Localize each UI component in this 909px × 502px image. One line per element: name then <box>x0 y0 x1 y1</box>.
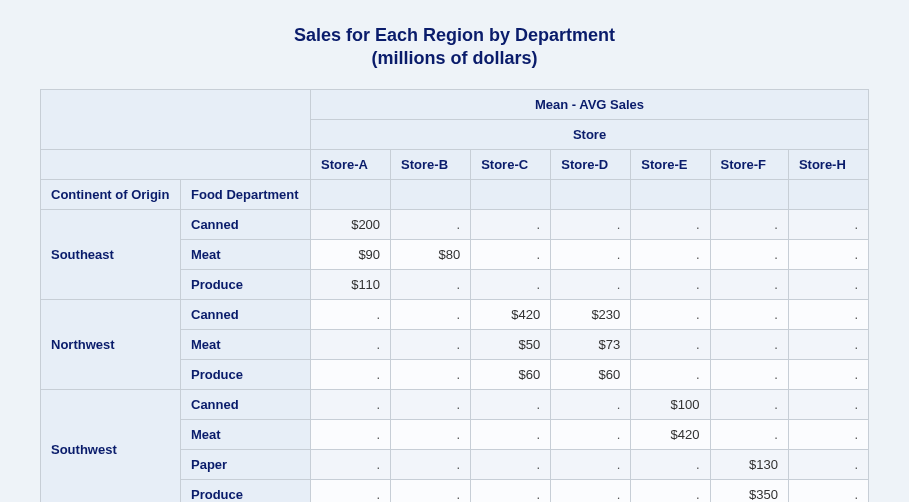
data-cell: . <box>631 299 710 329</box>
col-store-d: Store-D <box>551 149 631 179</box>
col-store-c: Store-C <box>471 149 551 179</box>
data-cell: . <box>710 359 788 389</box>
data-cell: . <box>631 239 710 269</box>
data-cell: . <box>631 269 710 299</box>
data-cell: . <box>788 269 868 299</box>
data-cell: . <box>710 239 788 269</box>
data-cell: . <box>788 419 868 449</box>
data-cell: $50 <box>471 329 551 359</box>
region-cell: Southeast <box>41 209 181 299</box>
data-cell: $230 <box>551 299 631 329</box>
data-cell: . <box>311 449 391 479</box>
data-cell: . <box>710 269 788 299</box>
data-cell: . <box>710 389 788 419</box>
data-cell: . <box>391 419 471 449</box>
header-pad-cell <box>788 179 868 209</box>
data-cell: . <box>788 239 868 269</box>
data-cell: $73 <box>551 329 631 359</box>
data-cell: . <box>391 209 471 239</box>
report-title: Sales for Each Region by Department (mil… <box>40 24 869 71</box>
col2-header: Food Department <box>181 179 311 209</box>
col-store-b: Store-B <box>391 149 471 179</box>
data-cell: . <box>311 479 391 502</box>
data-cell: $420 <box>471 299 551 329</box>
dept-cell: Produce <box>181 479 311 502</box>
title-line1: Sales for Each Region by Department <box>294 25 615 45</box>
header-blank <box>41 89 311 149</box>
data-table: Mean - AVG Sales Store Store-A Store-B S… <box>40 89 869 502</box>
data-cell: . <box>710 299 788 329</box>
header-metric: Mean - AVG Sales <box>311 89 869 119</box>
dept-cell: Meat <box>181 419 311 449</box>
header-pad-cell <box>710 179 788 209</box>
data-cell: . <box>551 269 631 299</box>
header-pad-cell <box>311 179 391 209</box>
col1-header: Continent of Origin <box>41 179 181 209</box>
data-cell: . <box>471 389 551 419</box>
data-cell: . <box>631 449 710 479</box>
data-cell: . <box>311 329 391 359</box>
data-cell: . <box>788 479 868 502</box>
data-cell: $130 <box>710 449 788 479</box>
data-cell: . <box>788 209 868 239</box>
data-cell: . <box>391 299 471 329</box>
data-cell: . <box>391 329 471 359</box>
header-blank-2 <box>41 149 311 179</box>
table-row: SouthwestCanned....$100.. <box>41 389 869 419</box>
data-cell: $60 <box>471 359 551 389</box>
header-pad-cell <box>551 179 631 209</box>
table-row: SoutheastCanned$200...... <box>41 209 869 239</box>
data-cell: . <box>788 449 868 479</box>
data-cell: . <box>471 479 551 502</box>
col-store-e: Store-E <box>631 149 710 179</box>
report-container: Sales for Each Region by Department (mil… <box>0 0 909 502</box>
data-cell: $90 <box>311 239 391 269</box>
col-store-a: Store-A <box>311 149 391 179</box>
data-cell: $200 <box>311 209 391 239</box>
dept-cell: Produce <box>181 269 311 299</box>
data-cell: . <box>551 239 631 269</box>
data-cell: . <box>631 479 710 502</box>
data-cell: $100 <box>631 389 710 419</box>
region-cell: Southwest <box>41 389 181 502</box>
data-cell: . <box>391 359 471 389</box>
data-cell: $110 <box>311 269 391 299</box>
dept-cell: Paper <box>181 449 311 479</box>
data-cell: . <box>391 389 471 419</box>
data-cell: . <box>710 209 788 239</box>
data-cell: . <box>551 479 631 502</box>
data-cell: . <box>311 359 391 389</box>
data-cell: . <box>788 359 868 389</box>
data-cell: . <box>311 389 391 419</box>
data-cell: $80 <box>391 239 471 269</box>
title-line2: (millions of dollars) <box>371 48 537 68</box>
table-body: Continent of OriginFood DepartmentSouthe… <box>41 179 869 502</box>
dept-cell: Canned <box>181 299 311 329</box>
data-cell: . <box>471 449 551 479</box>
data-cell: . <box>471 419 551 449</box>
data-cell: . <box>710 419 788 449</box>
data-cell: . <box>631 359 710 389</box>
data-cell: $420 <box>631 419 710 449</box>
data-cell: . <box>311 299 391 329</box>
data-cell: . <box>788 389 868 419</box>
data-cell: . <box>471 209 551 239</box>
dept-cell: Produce <box>181 359 311 389</box>
data-cell: . <box>788 299 868 329</box>
header-pad-cell <box>631 179 710 209</box>
col-store-h: Store-H <box>788 149 868 179</box>
table-row: NorthwestCanned..$420$230... <box>41 299 869 329</box>
dept-cell: Meat <box>181 329 311 359</box>
header-pad-cell <box>391 179 471 209</box>
data-cell: $60 <box>551 359 631 389</box>
dept-cell: Meat <box>181 239 311 269</box>
data-cell: . <box>631 209 710 239</box>
data-cell: . <box>551 209 631 239</box>
header-pad-cell <box>471 179 551 209</box>
data-cell: . <box>391 269 471 299</box>
data-cell: . <box>631 329 710 359</box>
data-cell: . <box>710 329 788 359</box>
data-cell: $350 <box>710 479 788 502</box>
dept-cell: Canned <box>181 389 311 419</box>
col-store-f: Store-F <box>710 149 788 179</box>
